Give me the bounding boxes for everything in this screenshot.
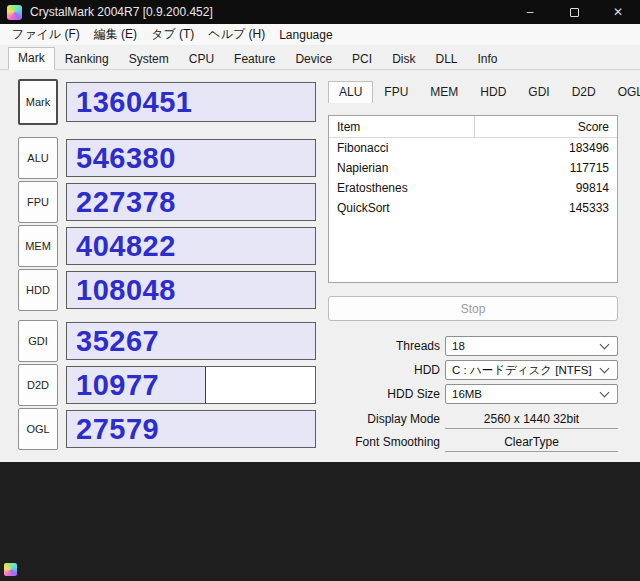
category-button-ogl[interactable]: OGL	[18, 408, 58, 450]
table-cell-item: Eratosthenes	[329, 178, 475, 198]
font-smoothing-row: Font Smoothing ClearType	[328, 432, 618, 452]
content-area: Mark Ranking System CPU Feature Device P…	[0, 46, 640, 462]
score-value-d2d: 10977	[76, 369, 159, 402]
subtab-d2d[interactable]: D2D	[561, 81, 607, 103]
category-button-alu[interactable]: ALU	[18, 137, 58, 179]
subtab-ogl[interactable]: OGL	[607, 81, 640, 103]
subtab-hdd[interactable]: HDD	[469, 81, 517, 103]
menubar: ファイル (F) 編集 (E) タブ (T) ヘルプ (H) Language	[0, 24, 640, 46]
category-button-hdd[interactable]: HDD	[18, 269, 58, 311]
hdd-size-value: 16MB	[452, 388, 482, 400]
subtab-alu[interactable]: ALU	[328, 81, 373, 103]
table-cell-score: 183496	[475, 141, 617, 155]
score-value-ogl: 27579	[76, 413, 159, 446]
menu-item-file[interactable]: ファイル (F)	[5, 24, 87, 45]
threads-label: Threads	[328, 339, 440, 353]
hdd-row: HDD C : ハードディスク [NTFS]	[328, 360, 618, 380]
score-box-mark: 1360451	[66, 82, 316, 122]
titlebar[interactable]: CrystalMark 2004R7 [0.9.200.452] – ✕	[0, 0, 640, 24]
window-controls: – ✕	[508, 0, 640, 24]
score-box-gdi: 35267	[66, 322, 316, 360]
score-value-gdi: 35267	[76, 325, 159, 358]
chevron-down-icon[interactable]	[600, 364, 610, 374]
stop-button[interactable]: Stop	[328, 296, 618, 321]
maximize-button[interactable]	[552, 0, 596, 24]
subtab-gdi[interactable]: GDI	[517, 81, 560, 103]
menu-item-edit[interactable]: 編集 (E)	[87, 24, 144, 45]
menu-item-help[interactable]: ヘルプ (H)	[201, 24, 272, 45]
font-smoothing-value: ClearType	[445, 432, 618, 452]
table-row: QuickSort 145333	[329, 198, 617, 218]
score-value-hdd: 108048	[76, 274, 176, 307]
hdd-size-row: HDD Size 16MB	[328, 384, 618, 404]
table-cell-score: 117715	[475, 161, 617, 175]
crystalmark-app-icon	[7, 5, 22, 20]
score-box-alu: 546380	[66, 139, 316, 177]
category-button-fpu[interactable]: FPU	[18, 181, 58, 223]
threads-select[interactable]: 18	[445, 336, 618, 356]
app-window: CrystalMark 2004R7 [0.9.200.452] – ✕ ファイ…	[0, 0, 640, 581]
threads-value: 18	[452, 340, 465, 352]
tab-dll[interactable]: DLL	[425, 48, 467, 70]
hdd-size-select[interactable]: 16MB	[445, 384, 618, 404]
tab-device[interactable]: Device	[285, 48, 342, 70]
column-header-item[interactable]: Item	[329, 116, 475, 137]
score-box-mem: 404822	[66, 227, 316, 265]
hdd-size-label: HDD Size	[328, 387, 440, 401]
threads-row: Threads 18	[328, 336, 618, 356]
menu-item-language[interactable]: Language	[272, 26, 339, 44]
subtab-mem[interactable]: MEM	[419, 81, 469, 103]
tab-cpu[interactable]: CPU	[179, 48, 224, 70]
table-row: Napierian 117715	[329, 158, 617, 178]
bottom-panel	[0, 462, 640, 581]
minimize-icon: –	[527, 5, 534, 19]
close-icon: ✕	[613, 5, 623, 19]
subtab-fpu[interactable]: FPU	[373, 81, 419, 103]
close-button[interactable]: ✕	[596, 0, 640, 24]
table-cell-item: Napierian	[329, 158, 475, 178]
window-title: CrystalMark 2004R7 [0.9.200.452]	[30, 5, 213, 19]
font-smoothing-label: Font Smoothing	[328, 435, 440, 449]
table-cell-score: 99814	[475, 181, 617, 195]
hdd-value: C : ハードディスク [NTFS]	[452, 363, 592, 378]
hdd-select[interactable]: C : ハードディスク [NTFS]	[445, 360, 618, 380]
tab-system[interactable]: System	[119, 48, 179, 70]
minimize-button[interactable]: –	[508, 0, 552, 24]
score-box-fpu: 227378	[66, 183, 316, 221]
tab-feature[interactable]: Feature	[224, 48, 285, 70]
score-value-alu: 546380	[76, 142, 176, 175]
table-row: Eratosthenes 99814	[329, 178, 617, 198]
score-box-d2d: 10977	[66, 366, 316, 404]
score-value-mark: 1360451	[76, 86, 192, 119]
category-button-mem[interactable]: MEM	[18, 225, 58, 267]
results-table: Item Score Fibonacci 183496 Napierian 11…	[328, 115, 618, 283]
table-cell-item: Fibonacci	[329, 138, 475, 158]
score-box-hdd: 108048	[66, 271, 316, 309]
tab-ranking[interactable]: Ranking	[55, 48, 119, 70]
table-header-row: Item Score	[329, 116, 617, 138]
detail-tabstrip: ALU FPU MEM HDD GDI D2D OGL	[328, 82, 620, 103]
table-cell-score: 145333	[475, 201, 617, 215]
menu-item-tab[interactable]: タブ (T)	[144, 24, 201, 45]
main-tabstrip: Mark Ranking System CPU Feature Device P…	[0, 48, 640, 70]
maximize-icon	[570, 8, 579, 17]
table-row: Fibonacci 183496	[329, 138, 617, 158]
chevron-down-icon[interactable]	[600, 340, 610, 350]
tab-mark[interactable]: Mark	[8, 47, 55, 70]
category-button-d2d[interactable]: D2D	[18, 364, 58, 406]
category-button-mark[interactable]: Mark	[18, 79, 58, 125]
table-cell-item: QuickSort	[329, 198, 475, 218]
score-value-fpu: 227378	[76, 186, 176, 219]
tab-pci[interactable]: PCI	[342, 48, 382, 70]
display-mode-row: Display Mode 2560 x 1440 32bit	[328, 409, 618, 429]
chevron-down-icon[interactable]	[600, 388, 610, 398]
display-mode-label: Display Mode	[328, 412, 440, 426]
crystalmark-icon	[4, 563, 17, 576]
display-mode-value: 2560 x 1440 32bit	[445, 409, 618, 429]
category-button-gdi[interactable]: GDI	[18, 320, 58, 362]
score-value-mem: 404822	[76, 230, 176, 263]
tab-disk[interactable]: Disk	[382, 48, 425, 70]
column-header-score[interactable]: Score	[475, 120, 617, 134]
tab-info[interactable]: Info	[467, 48, 507, 70]
score-box-ogl: 27579	[66, 410, 316, 448]
